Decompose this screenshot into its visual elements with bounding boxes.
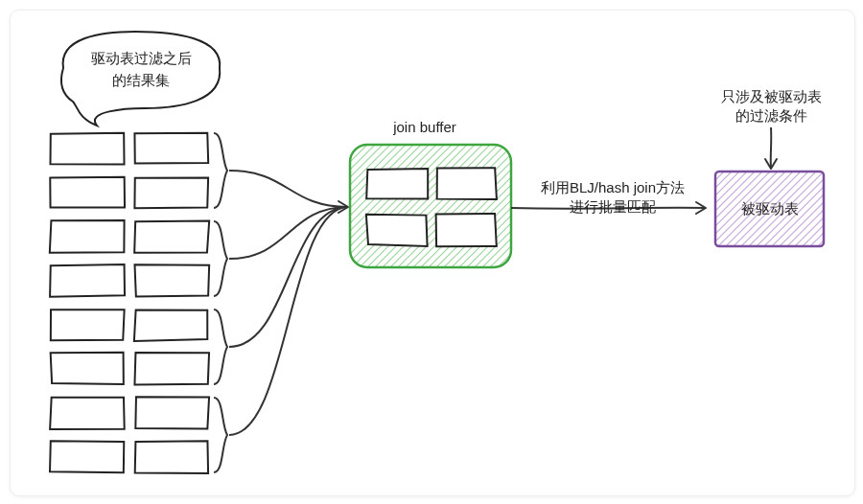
buffer-cell <box>436 214 497 246</box>
result-cell <box>134 221 209 253</box>
brace <box>214 309 227 384</box>
result-cell <box>51 309 125 340</box>
buffer-cell <box>437 168 497 199</box>
arrow-to-buffer <box>229 207 348 435</box>
result-cell <box>51 133 125 165</box>
join-buffer-label: join buffer <box>392 119 456 135</box>
brace-group <box>214 133 227 472</box>
filter-line2: 的过滤条件 <box>735 107 807 124</box>
diagram-card: 驱动表过滤之后 的结果集 join buffer 利用BLJ/hash join… <box>10 10 855 496</box>
arrow1-line1: 利用BLJ/hash join方法 <box>541 179 685 195</box>
result-set-grid <box>50 133 209 473</box>
result-cell <box>50 220 125 253</box>
result-cell <box>50 177 125 208</box>
result-cell <box>50 441 124 472</box>
buffer-cell <box>366 169 428 198</box>
buffer-cell <box>366 215 428 246</box>
brace <box>214 133 227 208</box>
diagram-svg: 驱动表过滤之后 的结果集 join buffer 利用BLJ/hash join… <box>11 11 854 495</box>
driven-table-box: 被驱动表 <box>715 172 824 246</box>
bubble-line1: 驱动表过滤之后 <box>91 50 192 66</box>
result-cell <box>134 133 208 164</box>
result-cell <box>134 177 208 208</box>
filter-line1: 只涉及被驱动表 <box>721 88 822 104</box>
result-cell <box>50 264 125 297</box>
result-cell <box>134 353 209 384</box>
arrow1-line2: 进行批量匹配 <box>570 198 656 215</box>
driven-table-label: 被驱动表 <box>741 200 799 217</box>
result-cell <box>50 398 125 429</box>
bubble-line2: 的结果集 <box>112 72 170 88</box>
arrow-to-buffer <box>229 207 348 347</box>
arrow-filter-to-table <box>765 127 777 169</box>
result-cell <box>51 353 124 384</box>
arrows-to-buffer <box>229 171 348 435</box>
svg-rect-0 <box>350 145 511 267</box>
result-cell <box>134 309 207 341</box>
brace <box>214 221 227 296</box>
speech-bubble: 驱动表过滤之后 的结果集 <box>61 32 220 126</box>
join-buffer-box <box>350 145 511 267</box>
brace <box>214 398 227 472</box>
result-cell <box>135 441 208 473</box>
arrow-to-buffer <box>229 171 348 207</box>
result-cell <box>135 264 210 296</box>
result-cell <box>135 397 209 428</box>
